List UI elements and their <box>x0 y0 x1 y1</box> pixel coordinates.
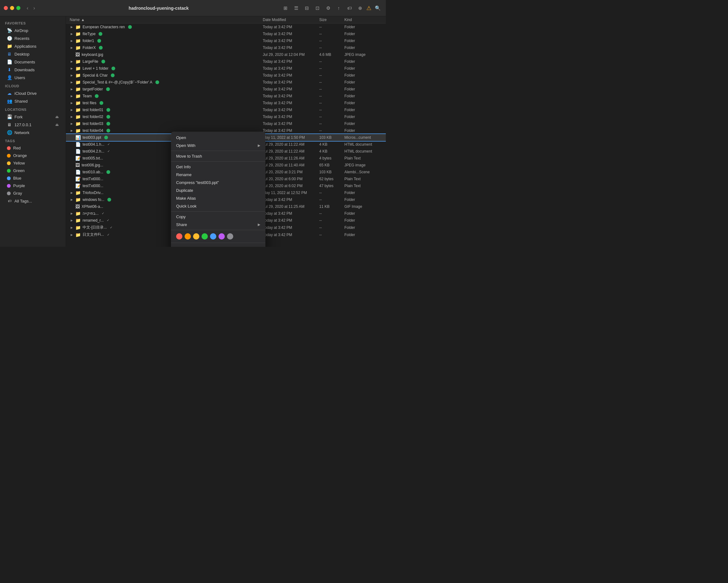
sidebar-item-tag-orange[interactable]: Orange <box>2 152 64 159</box>
sidebar-item-all-tags[interactable]: 🏷 All Tags... <box>2 197 64 205</box>
ctx-open-with[interactable]: Open With ▶ <box>171 142 265 149</box>
ip-eject-button[interactable]: ⏏ <box>55 122 59 127</box>
ctx-tag-yellow[interactable] <box>193 233 199 239</box>
list-view-icon[interactable]: ☰ <box>292 4 301 12</box>
sidebar-item-fork[interactable]: 💾 Fork ⏏ <box>2 113 64 121</box>
sidebar-item-documents[interactable]: 📄 Documents <box>2 58 64 66</box>
ctx-quick-look[interactable]: Quick Look <box>171 202 265 210</box>
column-view-icon[interactable]: ⊟ <box>302 4 311 12</box>
close-button[interactable] <box>4 6 8 10</box>
ctx-get-info[interactable]: Get Info <box>171 163 265 171</box>
sidebar-item-tag-yellow[interactable]: Yellow <box>2 159 64 167</box>
ctx-tag-blue[interactable] <box>210 233 216 239</box>
table-row[interactable]: ▶📁European Characters ren Today at 3:42 … <box>66 24 386 30</box>
col-size-header: Size <box>319 18 344 22</box>
main-layout: Favorites 📡 AirDrop 🕐 Recents 📁 Applicat… <box>0 16 386 247</box>
table-row[interactable]: ▶📁Special & Char Today at 3:42 PM -- Fol… <box>66 72 386 79</box>
table-row[interactable]: ▶📁test folder03 Today at 3:42 PM -- Fold… <box>66 120 386 127</box>
table-row[interactable]: ▶📁LargeFile Today at 3:42 PM -- Folder <box>66 58 386 65</box>
add-icon[interactable]: ⊕ <box>356 4 364 12</box>
table-row[interactable]: ▶📁test folder01 Today at 3:42 PM -- Fold… <box>66 106 386 113</box>
ctx-tag-gray[interactable] <box>227 233 233 239</box>
users-icon: 👤 <box>7 75 12 80</box>
col-name-header[interactable]: Name ▲ <box>70 18 263 22</box>
icloud-header: iCloud <box>0 82 66 89</box>
back-button[interactable]: ‹ <box>25 5 29 11</box>
ctx-open[interactable]: Open <box>171 134 265 142</box>
action-icon[interactable]: ⚙ <box>324 4 333 12</box>
sidebar-item-tag-purple[interactable]: Purple <box>2 182 64 189</box>
all-tags-icon: 🏷 <box>7 198 12 203</box>
tag-toolbar-icon[interactable]: 🏷 <box>345 4 354 12</box>
tag-yellow-label: Yellow <box>13 161 25 166</box>
tags-header: Tags <box>0 136 66 144</box>
file-area[interactable]: Name ▲ Date Modified Size Kind ▶📁Europea… <box>66 16 386 247</box>
ctx-tag-orange[interactable] <box>185 233 191 239</box>
sidebar-item-airdrop[interactable]: 📡 AirDrop <box>2 27 64 34</box>
table-row[interactable]: ▶📁Special_Test & #+-@,(Copy)$!`~'Folder'… <box>66 79 386 86</box>
ctx-sep-5 <box>171 243 265 243</box>
sidebar-item-tag-gray[interactable]: Gray <box>2 189 64 197</box>
documents-label: Documents <box>15 60 35 65</box>
warning-button[interactable]: ⚠ <box>366 5 371 11</box>
table-row[interactable]: ▶📁FolderX Today at 3:42 PM -- Folder <box>66 44 386 51</box>
ctx-duplicate[interactable]: Duplicate <box>171 186 265 194</box>
documents-icon: 📄 <box>7 59 12 65</box>
table-row[interactable]: ▶📁Level + 1 folder Today at 3:42 PM -- F… <box>66 65 386 72</box>
network-label: Network <box>15 130 29 135</box>
ctx-tag-green[interactable] <box>202 233 208 239</box>
tag-gray-label: Gray <box>13 191 22 196</box>
forward-button[interactable]: › <box>32 5 36 11</box>
fork-icon: 💾 <box>7 114 12 119</box>
table-row[interactable]: ▶📁fileType Today at 3:42 PM -- Folder <box>66 30 386 37</box>
sidebar-item-tag-green[interactable]: Green <box>2 167 64 174</box>
chevron-right-icon: ▶ <box>258 144 260 148</box>
table-row[interactable]: ▶📁test files Today at 3:42 PM -- Folder <box>66 100 386 106</box>
ctx-make-alias[interactable]: Make Alias <box>171 194 265 202</box>
sidebar-item-tag-red[interactable]: Red <box>2 145 64 152</box>
fork-eject-button[interactable]: ⏏ <box>55 115 59 119</box>
ip-icon: 🖥 <box>7 122 12 127</box>
ctx-sep-4 <box>171 230 265 230</box>
sidebar-item-network[interactable]: 🌐 Network <box>2 129 64 136</box>
sidebar-item-icloud-drive[interactable]: ☁ iCloud Drive <box>2 90 64 97</box>
sidebar-item-shared[interactable]: 👥 Shared <box>2 97 64 105</box>
ctx-tags-btn[interactable]: Tags... <box>171 244 265 247</box>
network-icon: 🌐 <box>7 130 12 135</box>
ctx-tag-red[interactable] <box>176 233 182 239</box>
ctx-move-trash[interactable]: Move to Trash <box>171 152 265 160</box>
ctx-share[interactable]: Share ▶ <box>171 221 265 229</box>
sidebar-item-ip[interactable]: 🖥 127.0.0.1 ⏏ <box>2 121 64 128</box>
tag-red-label: Red <box>13 146 21 150</box>
table-row[interactable]: ▶🖼keyboard.jpg Jul 29, 2020 at 12:04 PM … <box>66 51 386 58</box>
favorites-header: Favorites <box>0 19 66 26</box>
sidebar-item-desktop[interactable]: 🖥 Desktop <box>2 50 64 58</box>
tag-orange-label: Orange <box>13 153 27 158</box>
ctx-tag-purple[interactable] <box>218 233 225 239</box>
sidebar-item-downloads[interactable]: ⬇ Downloads <box>2 66 64 73</box>
grid-view-icon[interactable]: ⊞ <box>281 4 290 12</box>
minimize-button[interactable] <box>10 6 14 10</box>
share-toolbar-icon[interactable]: ↑ <box>334 4 343 12</box>
ctx-copy[interactable]: Copy <box>171 213 265 221</box>
all-tags-label: All Tags... <box>15 199 32 203</box>
window-title: hadroncloud-yuening-cstack <box>39 6 279 11</box>
table-row[interactable]: ▶📁test folder02 Today at 3:42 PM -- Fold… <box>66 113 386 120</box>
gallery-view-icon[interactable]: ⊡ <box>313 4 322 12</box>
recents-icon: 🕐 <box>7 36 12 41</box>
ctx-compress[interactable]: Compress "test003.ppt" <box>171 179 265 186</box>
column-headers: Name ▲ Date Modified Size Kind <box>66 16 386 24</box>
ctx-rename[interactable]: Rename <box>171 171 265 179</box>
table-row[interactable]: ▶📁targetFolder Today at 3:42 PM -- Folde… <box>66 86 386 93</box>
sidebar-item-recents[interactable]: 🕐 Recents <box>2 34 64 42</box>
sidebar-item-applications[interactable]: 📁 Applications <box>2 42 64 50</box>
users-label: Users <box>15 75 25 80</box>
sidebar-item-tag-blue[interactable]: Blue <box>2 175 64 182</box>
toolbar: ⊞ ☰ ⊟ ⊡ ⚙ ↑ 🏷 ⊕ ⚠ 🔍 <box>281 4 382 12</box>
tag-red-dot <box>7 146 11 150</box>
maximize-button[interactable] <box>16 6 20 10</box>
table-row[interactable]: ▶📁folder1 Today at 3:42 PM -- Folder <box>66 37 386 44</box>
search-icon[interactable]: 🔍 <box>373 4 382 12</box>
sidebar-item-users[interactable]: 👤 Users <box>2 74 64 81</box>
table-row[interactable]: ▶📁Team Today at 3:42 PM -- Folder <box>66 93 386 100</box>
